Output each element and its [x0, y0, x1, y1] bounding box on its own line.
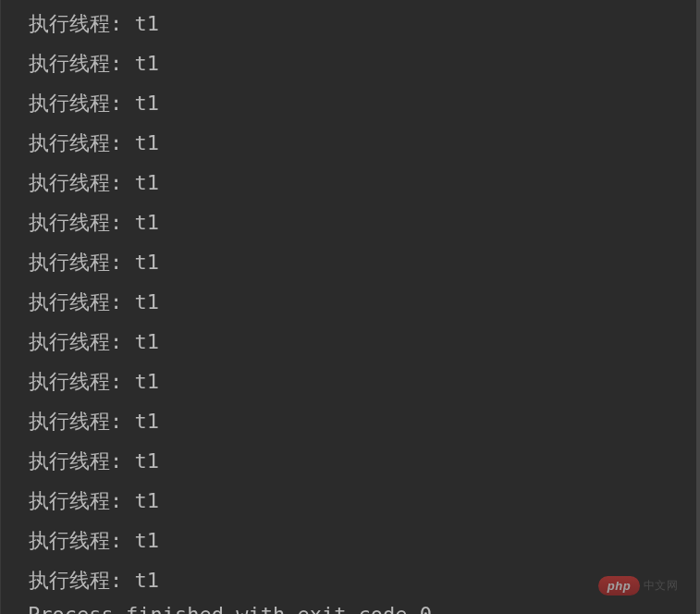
- output-line: 执行线程: t1: [8, 322, 696, 362]
- watermark-badge: php: [598, 576, 640, 596]
- watermark-text: 中文网: [644, 578, 678, 594]
- process-exit-message: Process finished with exit code 0: [7, 595, 432, 614]
- output-line: 执行线程: t1: [8, 43, 696, 83]
- console-output: 执行线程: t1 执行线程: t1 执行线程: t1 执行线程: t1 执行线程…: [8, 4, 696, 600]
- output-line: 执行线程: t1: [8, 123, 696, 163]
- output-line: 执行线程: t1: [8, 441, 696, 481]
- output-line: 执行线程: t1: [8, 163, 696, 203]
- output-line: 执行线程: t1: [8, 521, 696, 560]
- output-line: 执行线程: t1: [8, 203, 696, 242]
- output-line: 执行线程: t1: [8, 481, 696, 521]
- output-line: 执行线程: t1: [8, 242, 696, 282]
- output-line: 执行线程: t1: [8, 282, 696, 322]
- output-line: 执行线程: t1: [8, 362, 696, 401]
- output-line: 执行线程: t1: [8, 83, 696, 123]
- output-line: 执行线程: t1: [8, 401, 696, 441]
- watermark: php 中文网: [598, 576, 678, 596]
- console-panel: 执行线程: t1 执行线程: t1 执行线程: t1 执行线程: t1 执行线程…: [0, 0, 700, 614]
- output-line: 执行线程: t1: [8, 4, 696, 43]
